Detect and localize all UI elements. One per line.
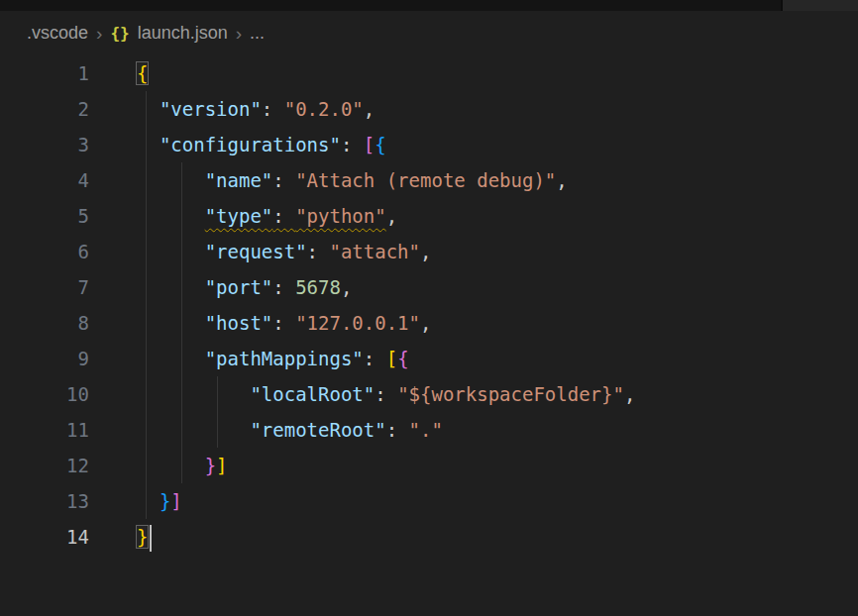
indent-guide: [146, 127, 147, 162]
line-number[interactable]: 9: [0, 341, 89, 376]
code-lines: 1{2 "version": "0.2.0",3 "configurations…: [0, 55, 858, 555]
tab-bar-edge: [0, 0, 858, 11]
code-token: "host": [205, 312, 273, 334]
code-token: ]: [216, 455, 227, 476]
indent-guide: [146, 305, 147, 341]
editor[interactable]: 1{2 "version": "0.2.0",3 "configurations…: [0, 55, 858, 555]
code-line[interactable]: 5 "type": "python",: [0, 198, 858, 234]
line-number[interactable]: 3: [0, 127, 89, 162]
indent-guide: [181, 305, 182, 341]
text-cursor: [150, 525, 152, 552]
code-token: :: [262, 98, 284, 120]
code-line[interactable]: 2 "version": "0.2.0",: [0, 91, 858, 127]
indent-guide: [146, 91, 147, 127]
indent-guide: [146, 234, 147, 269]
code-token: "python": [295, 205, 386, 227]
code-line[interactable]: 11 "remoteRoot": ".": [0, 412, 858, 448]
code-token: [137, 241, 205, 262]
code-line[interactable]: 14}: [0, 519, 858, 555]
line-number[interactable]: 4: [0, 162, 89, 198]
line-number[interactable]: 7: [0, 269, 89, 305]
code-token: "port": [205, 276, 273, 298]
indent-guide: [146, 162, 147, 198]
line-number[interactable]: 2: [0, 91, 89, 127]
code-token: :: [364, 348, 386, 369]
code-token: {: [375, 134, 385, 155]
code-token: :: [375, 383, 397, 405]
code-token: :: [272, 276, 295, 298]
indent-guide: [181, 162, 182, 198]
code-token: }: [160, 490, 170, 512]
line-content: "localRoot": "${workspaceFolder}",: [137, 376, 635, 412]
indent-guide: [146, 448, 147, 483]
json-file-icon: {}: [110, 24, 129, 43]
line-number[interactable]: 10: [0, 376, 89, 412]
code-token: "version": [160, 98, 262, 120]
code-token: "attach": [329, 241, 420, 262]
indent-guide: [181, 448, 182, 483]
code-token: "name": [205, 169, 273, 191]
code-line[interactable]: 3 "configurations": [{: [0, 127, 858, 162]
code-token: "0.2.0": [284, 98, 364, 120]
code-token: [137, 348, 205, 369]
indent-guide: [217, 376, 218, 412]
code-line[interactable]: 8 "host": "127.0.0.1",: [0, 305, 858, 341]
code-token: [137, 98, 160, 120]
line-number[interactable]: 5: [0, 198, 89, 234]
line-number[interactable]: 13: [0, 483, 89, 519]
indent-guide: [146, 269, 147, 305]
code-token: [137, 205, 205, 227]
code-token: [: [386, 348, 397, 369]
line-number[interactable]: 14: [0, 519, 89, 555]
breadcrumb-folder[interactable]: .vscode: [27, 23, 88, 44]
line-number[interactable]: 12: [0, 448, 89, 483]
line-content: "request": "attach",: [137, 234, 431, 269]
line-content: "configurations": [{: [137, 127, 386, 162]
code-line[interactable]: 4 "name": "Attach (remote debug)",: [0, 162, 858, 198]
code-line[interactable]: 13 }]: [0, 483, 858, 519]
line-number[interactable]: 6: [0, 234, 89, 269]
indent-guide: [181, 234, 182, 269]
code-token: ,: [420, 241, 431, 262]
line-number[interactable]: 11: [0, 412, 89, 448]
code-token: ,: [556, 169, 567, 191]
code-token: "type": [205, 205, 273, 227]
code-line[interactable]: 7 "port": 5678,: [0, 269, 858, 305]
code-line[interactable]: 9 "pathMappings": [{: [0, 341, 858, 376]
indent-guide: [146, 483, 147, 519]
code-token: [137, 419, 250, 441]
code-token: ,: [364, 98, 375, 120]
line-number[interactable]: 1: [0, 55, 89, 91]
indent-guide: [146, 341, 147, 376]
code-token: [137, 276, 205, 298]
code-token: ,: [386, 205, 397, 227]
code-token: "127.0.0.1": [295, 312, 420, 334]
code-line[interactable]: 6 "request": "attach",: [0, 234, 858, 269]
code-token: "Attach (remote debug)": [295, 169, 556, 191]
line-content: "host": "127.0.0.1",: [137, 305, 431, 341]
breadcrumb-file[interactable]: launch.json: [138, 23, 228, 44]
code-line[interactable]: 12 }]: [0, 448, 858, 483]
line-number[interactable]: 8: [0, 305, 89, 341]
chevron-right-icon: ›: [228, 23, 250, 45]
code-token: [137, 383, 250, 405]
indent-guide: [217, 412, 218, 448]
code-token: "pathMappings": [205, 348, 364, 369]
code-token: {: [397, 348, 408, 369]
indent-guide: [181, 269, 182, 305]
indent-guide: [181, 341, 182, 376]
code-line[interactable]: 1{: [0, 55, 858, 91]
code-token: }: [205, 455, 216, 476]
line-content: {: [137, 55, 148, 91]
code-line[interactable]: 10 "localRoot": "${workspaceFolder}",: [0, 376, 858, 412]
code-token: [: [364, 134, 375, 155]
code-token: :: [272, 205, 295, 227]
code-token: :: [341, 134, 364, 155]
breadcrumb-more[interactable]: ...: [250, 23, 265, 44]
breadcrumb: .vscode › {} launch.json › ...: [0, 11, 858, 55]
line-content: }: [137, 519, 152, 555]
code-token: :: [386, 419, 409, 441]
line-content: "pathMappings": [{: [137, 341, 409, 376]
code-token: :: [272, 312, 295, 334]
code-token: [137, 312, 205, 334]
